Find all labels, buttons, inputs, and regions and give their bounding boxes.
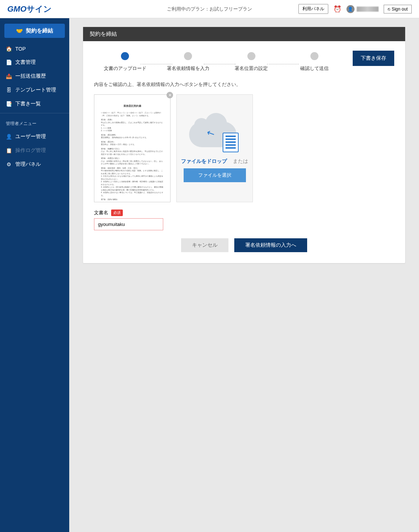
step-upload: 文書のアップロード (101, 52, 149, 72)
drop-text: ファイルをドロップ または (181, 158, 248, 165)
send-icon: 📤 (6, 73, 12, 79)
sidebar-admin-header: 管理者メニュー (0, 116, 69, 130)
document-icon: 📄 (6, 59, 12, 65)
sidebar-item-label: 文書管理 (15, 59, 36, 66)
step-confirm-send: 確認して送信 (291, 52, 338, 72)
sidebar-item-label: テンプレート管理 (15, 87, 56, 93)
sidebar-item-templates[interactable]: 🗄 テンプレート管理 (0, 83, 69, 97)
sidebar-item-label: TOP (15, 46, 26, 52)
signout-icon: ⎋ (388, 7, 390, 12)
sidebar: 🤝 契約を締結 🏠 TOP 📄 文書管理 📤 一括送信履歴 🗄 テンプレート管理… (0, 18, 69, 532)
sidebar-item-documents[interactable]: 📄 文書管理 (0, 55, 69, 69)
required-badge: 必須 (111, 210, 123, 216)
cloud-upload-icon: ↖ (189, 114, 240, 154)
user-icon: 👤 (6, 134, 12, 140)
document-preview[interactable]: ✕ 業務委託契約書 ○○会社○○○（以下、甲という）と○○会社○○○（以下、乙と… (94, 94, 171, 202)
main-content: 契約を締結 文書のアップロード 署名依頼情報を入力 (69, 18, 419, 532)
step-dot-icon (184, 52, 192, 60)
document-name-input[interactable] (94, 218, 163, 230)
sidebar-item-label: 一括送信履歴 (15, 73, 46, 79)
gear-icon: ⚙ (6, 161, 12, 167)
file-dropzone[interactable]: ↖ ファイルをドロップ または ファイルを選択 (176, 94, 253, 202)
draft-icon: 📑 (6, 101, 12, 107)
sidebar-item-bulk-history[interactable]: 📤 一括送信履歴 (0, 69, 69, 83)
sidebar-item-users[interactable]: 👤 ユーザー管理 (0, 130, 69, 144)
sidebar-item-label: 管理パネル (15, 161, 41, 168)
user-name (357, 7, 379, 12)
panel-title: 契約を締結 (83, 27, 405, 41)
header: GMOサイン ご利用中のプラン：お試しフリープラン 利用パネル ⏰ 👤 ⎋ Si… (0, 0, 419, 18)
preview-doc-title: 業務委託契約書 (101, 104, 164, 108)
avatar-icon: 👤 (346, 5, 355, 13)
usage-panel-button[interactable]: 利用パネル (298, 4, 328, 14)
step-signer-info: 署名依頼情報を入力 (164, 52, 212, 72)
logo[interactable]: GMOサイン (7, 4, 52, 14)
instruction-text: 内容をご確認の上、署名依頼情報の入力へボタンを押してください。 (94, 81, 394, 88)
cancel-button[interactable]: キャンセル (181, 238, 228, 252)
sidebar-item-top[interactable]: 🏠 TOP (0, 42, 69, 55)
template-icon: 🗄 (6, 87, 12, 93)
step-dot-icon (310, 52, 318, 60)
signout-button[interactable]: ⎋ Sign out (384, 5, 412, 13)
step-dot-icon (121, 52, 129, 60)
document-name-label: 文書名 (94, 210, 108, 216)
close-icon: ✕ (168, 93, 172, 98)
log-icon: 📋 (6, 148, 12, 153)
step-sign-position: 署名位置の設定 (228, 52, 275, 72)
alarm-icon[interactable]: ⏰ (333, 5, 341, 13)
user-menu[interactable]: 👤 (346, 5, 379, 13)
home-icon: 🏠 (6, 46, 12, 52)
step-dot-icon (247, 52, 255, 60)
stepper: 文書のアップロード 署名依頼情報を入力 署名位置の設定 (94, 48, 345, 72)
save-draft-button[interactable]: 下書き保存 (353, 51, 394, 66)
sidebar-item-label: ユーザー管理 (15, 133, 46, 140)
contract-panel: 契約を締結 文書のアップロード 署名依頼情報を入力 (83, 27, 405, 263)
sidebar-item-drafts[interactable]: 📑 下書き一覧 (0, 97, 69, 111)
next-button[interactable]: 署名依頼情報の入力へ (234, 238, 307, 252)
handshake-icon: 🤝 (16, 28, 23, 34)
sidebar-item-label: 下書き一覧 (15, 101, 41, 107)
plan-text: ご利用中のプラン：お試しフリープラン (167, 6, 252, 12)
remove-document-button[interactable]: ✕ (167, 92, 173, 98)
sidebar-item-logs: 📋 操作ログ管理 (0, 144, 69, 157)
sidebar-item-admin-panel[interactable]: ⚙ 管理パネル (0, 157, 69, 171)
file-select-button[interactable]: ファイルを選択 (184, 168, 246, 182)
create-contract-button[interactable]: 🤝 契約を締結 (4, 24, 65, 38)
sidebar-item-label: 操作ログ管理 (15, 147, 46, 154)
